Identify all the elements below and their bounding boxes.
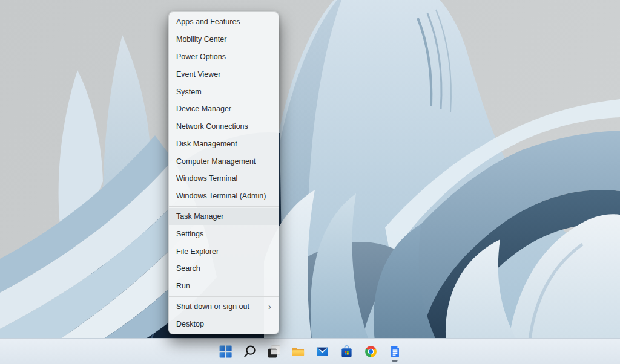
submenu-chevron-icon: › <box>268 302 271 311</box>
menu-item-label: Shut down or sign out <box>176 302 249 311</box>
google-chrome-icon <box>363 344 378 359</box>
microsoft-store-icon <box>339 344 354 359</box>
running-app-indicator <box>392 360 398 362</box>
menu-item-label: File Explorer <box>176 247 219 256</box>
taskbar-chrome-button[interactable] <box>360 340 381 362</box>
mail-icon <box>315 344 330 359</box>
taskbar-mail-button[interactable] <box>312 340 332 362</box>
menu-item-label: Apps and Features <box>176 18 240 26</box>
menu-item-label: Desktop <box>176 320 204 328</box>
menu-item-windows-terminal[interactable]: Windows Terminal <box>169 170 279 187</box>
menu-item-windows-terminal-admin[interactable]: Windows Terminal (Admin) <box>169 187 279 205</box>
windows-start-icon <box>218 344 233 359</box>
menu-item-system[interactable]: System <box>169 83 279 100</box>
task-view-icon <box>266 344 282 359</box>
taskbar-task-view-button[interactable] <box>263 340 284 362</box>
search-icon <box>242 344 257 359</box>
menu-item-mobility-center[interactable]: Mobility Center <box>169 31 279 48</box>
taskbar-search-button[interactable] <box>239 340 260 362</box>
menu-item-label: Task Manager <box>176 212 224 221</box>
menu-item-label: Mobility Center <box>176 35 226 44</box>
taskbar-file-explorer-button[interactable] <box>288 340 308 362</box>
taskbar-icon-group <box>215 340 405 362</box>
menu-item-search[interactable]: Search <box>169 260 279 278</box>
taskbar-google-docs-button[interactable] <box>384 340 405 362</box>
menu-item-desktop[interactable]: Desktop <box>169 315 279 333</box>
menu-item-label: Computer Management <box>176 157 256 166</box>
menu-separator <box>169 296 279 297</box>
taskbar-start-button[interactable] <box>215 340 236 362</box>
menu-item-settings[interactable]: Settings <box>169 225 279 242</box>
menu-item-label: Disk Management <box>176 140 237 148</box>
winx-menu: Apps and FeaturesMobility CenterPower Op… <box>168 11 279 334</box>
file-explorer-folder-icon <box>291 344 306 359</box>
menu-item-computer-management[interactable]: Computer Management <box>169 152 279 170</box>
menu-item-label: Network Connections <box>176 122 248 131</box>
menu-item-device-manager[interactable]: Device Manager <box>169 100 279 118</box>
menu-item-disk-management[interactable]: Disk Management <box>169 135 279 152</box>
desktop-wallpaper <box>0 0 620 364</box>
menu-item-shut-down-or-sign-out[interactable]: Shut down or sign out› <box>169 298 279 316</box>
menu-item-label: Power Options <box>176 53 226 61</box>
menu-separator <box>169 206 279 207</box>
menu-item-power-options[interactable]: Power Options <box>169 48 279 66</box>
menu-item-label: Windows Terminal (Admin) <box>176 192 266 200</box>
menu-item-label: Search <box>176 264 200 273</box>
google-docs-icon <box>388 344 403 359</box>
menu-item-label: Settings <box>176 230 203 238</box>
taskbar <box>0 338 620 364</box>
menu-item-task-manager[interactable]: Task Manager <box>169 208 279 226</box>
menu-item-label: Device Manager <box>176 105 231 113</box>
menu-item-apps-and-features[interactable]: Apps and Features <box>169 13 279 31</box>
menu-item-label: Run <box>176 282 190 290</box>
menu-item-network-connections[interactable]: Network Connections <box>169 118 279 135</box>
menu-item-label: System <box>176 88 202 96</box>
menu-item-run[interactable]: Run <box>169 278 279 295</box>
taskbar-microsoft-store-button[interactable] <box>336 340 357 362</box>
menu-item-file-explorer[interactable]: File Explorer <box>169 242 279 260</box>
menu-item-label: Windows Terminal <box>176 174 237 183</box>
menu-item-event-viewer[interactable]: Event Viewer <box>169 65 279 83</box>
menu-item-label: Event Viewer <box>176 70 220 79</box>
